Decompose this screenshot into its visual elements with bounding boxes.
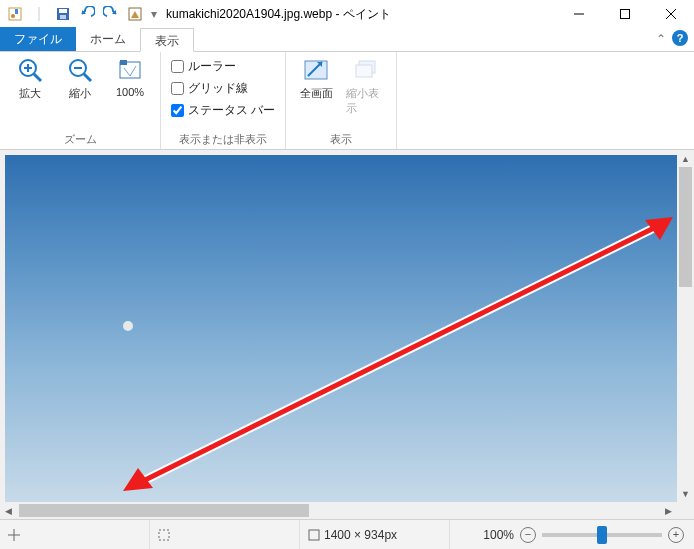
status-filesize-cell bbox=[450, 520, 473, 549]
minimize-icon bbox=[574, 9, 584, 19]
zoom-in-button[interactable]: 拡大 bbox=[10, 56, 50, 101]
zoom-100-label: 100% bbox=[116, 86, 144, 98]
zoom-in-label: 拡大 bbox=[19, 86, 41, 101]
scroll-down-button[interactable]: ▼ bbox=[677, 485, 694, 502]
zoom-in-icon bbox=[16, 56, 44, 84]
zoom-group: 拡大 縮小 100% ズーム bbox=[0, 52, 161, 149]
help-button[interactable]: ? bbox=[672, 30, 688, 46]
undo-icon bbox=[79, 6, 95, 22]
pointer-position-cell bbox=[0, 520, 150, 549]
zoom-out-small[interactable]: − bbox=[520, 527, 536, 543]
svg-point-1 bbox=[11, 14, 15, 18]
zoom-100-button[interactable]: 100% bbox=[110, 56, 150, 98]
thumbnail-icon bbox=[352, 56, 380, 84]
scroll-up-button[interactable]: ▲ bbox=[677, 150, 694, 167]
redo-icon bbox=[103, 6, 119, 22]
maximize-icon bbox=[620, 9, 630, 19]
qat-dropdown[interactable]: ▾ bbox=[148, 3, 160, 25]
zoom-100-icon bbox=[116, 56, 144, 84]
fullscreen-label: 全画面 bbox=[300, 86, 333, 101]
svg-rect-20 bbox=[120, 60, 127, 65]
window-controls bbox=[556, 0, 694, 28]
scroll-right-button[interactable]: ▶ bbox=[660, 502, 677, 519]
titlebar: ▾ kumakichi2020A1904.jpg.webp - ペイント bbox=[0, 0, 694, 28]
svg-rect-2 bbox=[15, 9, 18, 14]
qat-separator bbox=[28, 3, 50, 25]
display-group: 全画面 縮小表示 表示 bbox=[286, 52, 397, 149]
save-button[interactable] bbox=[52, 3, 74, 25]
window-title: kumakichi2020A1904.jpg.webp - ペイント bbox=[166, 6, 391, 23]
zoom-out-button[interactable]: 縮小 bbox=[60, 56, 100, 101]
grid-label: グリッド線 bbox=[188, 80, 248, 97]
canvas-area: ▲ ▼ ◀ ▶ bbox=[0, 150, 694, 519]
vscroll-thumb[interactable] bbox=[679, 167, 692, 287]
svg-rect-21 bbox=[305, 61, 327, 79]
image-canvas[interactable] bbox=[5, 155, 677, 502]
svg-rect-5 bbox=[59, 9, 67, 13]
hscroll-thumb[interactable] bbox=[19, 504, 309, 517]
svg-line-25 bbox=[135, 225, 660, 485]
svg-rect-9 bbox=[621, 10, 630, 19]
minimize-button[interactable] bbox=[556, 0, 602, 28]
selection-size-cell bbox=[150, 520, 300, 549]
save-icon bbox=[55, 6, 71, 22]
svg-rect-31 bbox=[309, 530, 319, 540]
horizontal-scrollbar[interactable]: ◀ ▶ bbox=[0, 502, 677, 519]
collapse-ribbon-button[interactable]: ⌃ bbox=[656, 32, 666, 46]
scroll-left-button[interactable]: ◀ bbox=[0, 502, 17, 519]
tab-home[interactable]: ホーム bbox=[76, 27, 140, 51]
thumbnail-label: 縮小表示 bbox=[346, 86, 386, 116]
ribbon: 拡大 縮小 100% ズーム ルーラー グリッド線 ステータス バー 表示または… bbox=[0, 52, 694, 150]
zoom-out-icon bbox=[66, 56, 94, 84]
image-size: 1400 × 934px bbox=[324, 528, 397, 542]
svg-rect-23 bbox=[356, 65, 372, 77]
image-size-cell: 1400 × 934px bbox=[300, 520, 450, 549]
tab-view[interactable]: 表示 bbox=[140, 28, 194, 52]
statusbar-checkbox[interactable]: ステータス バー bbox=[171, 100, 275, 120]
showhide-group: ルーラー グリッド線 ステータス バー 表示または非表示 bbox=[161, 52, 286, 149]
zoom-out-label: 縮小 bbox=[69, 86, 91, 101]
display-group-label: 表示 bbox=[296, 132, 386, 147]
size-icon bbox=[308, 529, 320, 541]
close-icon bbox=[666, 9, 676, 19]
svg-rect-6 bbox=[60, 15, 66, 19]
zoom-group-label: ズーム bbox=[10, 132, 150, 147]
app-icon bbox=[4, 3, 26, 25]
close-button[interactable] bbox=[648, 0, 694, 28]
zoom-percent: 100% bbox=[483, 528, 514, 542]
zoom-slider[interactable] bbox=[542, 533, 662, 537]
vertical-scrollbar[interactable]: ▲ ▼ bbox=[677, 150, 694, 502]
hscroll-track[interactable] bbox=[17, 502, 660, 519]
statusbar-label: ステータス バー bbox=[188, 102, 275, 119]
ribbon-tabs: ファイル ホーム 表示 ⌃ ? bbox=[0, 28, 694, 52]
crosshair-icon bbox=[8, 529, 20, 541]
zoom-slider-thumb[interactable] bbox=[597, 526, 607, 544]
zoom-in-small[interactable]: + bbox=[668, 527, 684, 543]
rulers-checkbox[interactable]: ルーラー bbox=[171, 56, 236, 76]
fullscreen-button[interactable]: 全画面 bbox=[296, 56, 336, 101]
zoom-controls: 100% − + bbox=[473, 527, 694, 543]
thumbnail-button: 縮小表示 bbox=[346, 56, 386, 116]
fullscreen-icon bbox=[302, 56, 330, 84]
statusbar: 1400 × 934px 100% − + bbox=[0, 519, 694, 549]
vscroll-track[interactable] bbox=[677, 167, 694, 485]
touch-icon bbox=[127, 6, 143, 22]
redo-button[interactable] bbox=[100, 3, 122, 25]
showhide-group-label: 表示または非表示 bbox=[171, 132, 275, 147]
maximize-button[interactable] bbox=[602, 0, 648, 28]
quick-access-toolbar: ▾ bbox=[4, 3, 160, 25]
touch-mode-button[interactable] bbox=[124, 3, 146, 25]
svg-line-17 bbox=[84, 74, 91, 81]
svg-rect-30 bbox=[159, 530, 169, 540]
selection-icon bbox=[158, 529, 170, 541]
rulers-label: ルーラー bbox=[188, 58, 236, 75]
svg-line-13 bbox=[34, 74, 41, 81]
scroll-corner bbox=[677, 502, 694, 519]
annotation-arrow bbox=[5, 155, 677, 502]
file-tab[interactable]: ファイル bbox=[0, 27, 76, 51]
undo-button[interactable] bbox=[76, 3, 98, 25]
grid-checkbox[interactable]: グリッド線 bbox=[171, 78, 248, 98]
